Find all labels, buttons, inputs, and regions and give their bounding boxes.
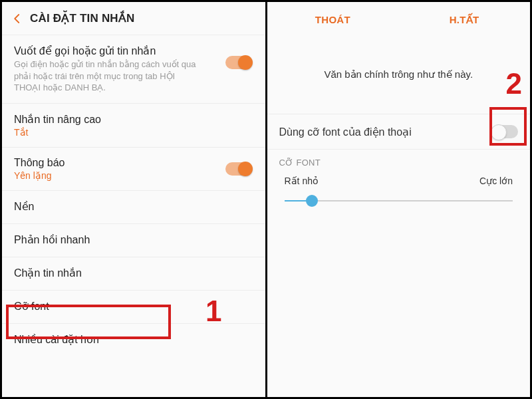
back-icon[interactable] [11,13,23,25]
row-notify[interactable]: Thông báo Yên lặng [2,148,265,191]
row-state: Yên lặng [14,170,253,181]
tutorial-frame: CÀI ĐẶT TIN NHẮN Vuốt để gọi hoặc gửi ti… [0,0,532,399]
use-phone-font-label: Dùng cỡ font của điện thoại [279,126,412,138]
row-more[interactable]: Nhiều cài đặt hơn [2,324,265,356]
toggle-use-phone-font[interactable] [491,125,518,138]
row-fontsize[interactable]: Cỡ font [2,291,265,324]
row-title: Nhắn tin nâng cao [14,113,253,126]
row-use-phone-font[interactable]: Dùng cỡ font của điện thoại [267,114,531,150]
fontsize-pane: THOÁT H.TẤT Văn bản chính trông như thế … [267,2,531,397]
row-title: Thông báo [14,157,253,169]
fontsize-header: THOÁT H.TẤT [267,2,531,35]
settings-title: CÀI ĐẶT TIN NHẮN [30,11,135,25]
preview-text: Văn bản chính trông như thế này. [267,35,531,114]
row-title: Nhiều cài đặt hơn [14,333,253,346]
slider-max-label: Cực lớn [479,176,513,186]
row-quickreply[interactable]: Phản hồi nhanh [2,224,265,257]
row-title: Cỡ font [14,300,253,313]
slider-thumb[interactable] [306,195,318,207]
row-subtitle: Gọi điện hoặc gửi tin nhắn bằng cách vuố… [14,59,200,94]
section-label-fontsize: CỠ FONT [267,150,531,172]
settings-header: CÀI ĐẶT TIN NHẮN [2,2,265,35]
row-state: Tắt [14,127,253,138]
row-swipe[interactable]: Vuốt để gọi hoặc gửi tin nhắn Gọi điện h… [2,35,265,104]
row-title: Nền [14,200,253,213]
toggle-notify[interactable] [225,162,252,176]
slider-labels: Rất nhỏ Cực lớn [267,172,531,189]
row-title: Phản hồi nhanh [14,233,253,246]
toggle-swipe[interactable] [225,56,252,69]
row-background[interactable]: Nền [2,191,265,224]
slider-min-label: Rất nhỏ [285,176,319,186]
row-title: Vuốt để gọi hoặc gửi tin nhắn [14,45,253,57]
font-size-slider[interactable] [285,194,513,207]
row-advanced[interactable]: Nhắn tin nâng cao Tắt [2,104,265,148]
done-button[interactable]: H.TẤT [398,14,530,26]
row-block[interactable]: Chặn tin nhắn [2,257,265,291]
exit-button[interactable]: THOÁT [267,14,399,26]
row-title: Chặn tin nhắn [14,267,253,279]
slider-line [285,200,513,201]
settings-pane: CÀI ĐẶT TIN NHẮN Vuốt để gọi hoặc gửi ti… [2,2,265,397]
